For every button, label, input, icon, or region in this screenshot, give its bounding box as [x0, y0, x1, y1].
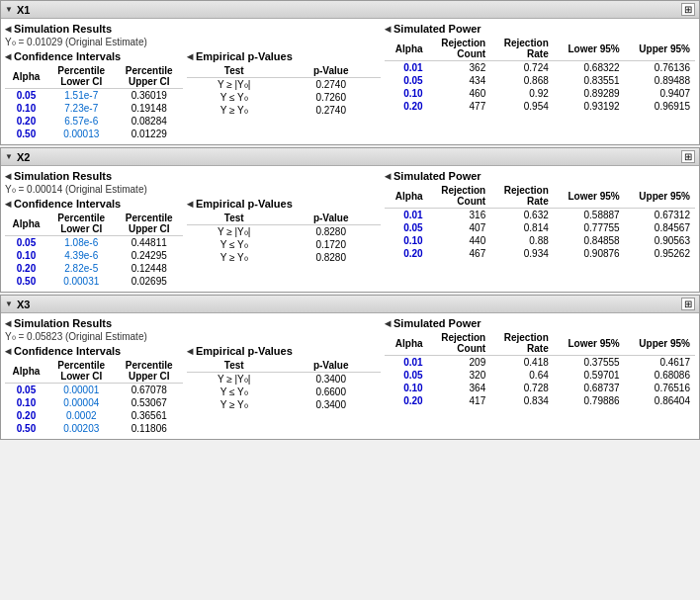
power-count: 316 [428, 209, 491, 222]
power-alpha: 0.01 [385, 61, 428, 75]
ci-row: 0.50 0.00013 0.01229 [5, 128, 183, 140]
ci-upper: 0.01229 [115, 128, 183, 140]
ci-th-upper-X3: PercentileUpper CI [115, 359, 183, 384]
power-alpha: 0.10 [385, 87, 428, 100]
pval-th-test-X2: Test [187, 212, 281, 225]
ci-row: 0.20 2.82e-5 0.12448 [5, 262, 183, 275]
ci-upper: 0.36019 [115, 89, 183, 103]
triangle-pval-X1: ◀ [187, 52, 193, 61]
left-section-X2: ◀ Simulation Results Y₀ = 0.00014 (Origi… [5, 170, 381, 288]
power-upper: 0.67312 [625, 209, 695, 222]
ci-lower: 0.0002 [47, 409, 115, 422]
panel-X1: ▼ X1 ⊞ ◀ Simulation Results Y₀ = 0.01029… [0, 0, 700, 145]
ci-row: 0.05 1.08e-6 0.44811 [5, 236, 183, 250]
pval-table-X3: Test p-Value Y ≥ |Y₀| 0.3400 Y ≤ [187, 359, 381, 411]
power-rate: 0.88 [490, 234, 554, 247]
ci-title-X1: ◀ Confidence Intervals [5, 50, 183, 62]
triangle-power-X1: ◀ [385, 25, 391, 34]
triangle-ci-X3: ◀ [5, 347, 11, 356]
triangle-ci-X1: ◀ [5, 52, 11, 61]
ci-lower: 0.00001 [47, 384, 115, 397]
ci-lower: 1.08e-6 [47, 236, 115, 250]
ci-row: 0.50 0.00203 0.11806 [5, 422, 183, 435]
power-row: 0.20 477 0.954 0.93192 0.96915 [385, 100, 695, 113]
pval-value: 0.8280 [281, 251, 381, 264]
ci-alpha: 0.10 [5, 249, 47, 262]
ci-row: 0.20 0.0002 0.36561 [5, 409, 183, 422]
right-section-X2: ◀ Simulated Power Alpha RejectionCount R… [385, 170, 695, 288]
ci-upper: 0.02695 [115, 275, 183, 288]
power-lower: 0.59701 [554, 369, 625, 382]
triangle-sim-X3: ◀ [5, 319, 11, 328]
power-upper: 0.96915 [625, 100, 695, 113]
panel-expand-icon-X3[interactable]: ⊞ [681, 298, 695, 310]
ci-th-lower-X1: PercentileLower CI [47, 64, 115, 89]
collapse-arrow-X3[interactable]: ▼ [5, 300, 13, 308]
pval-test: Y ≤ Y₀ [187, 238, 281, 251]
panel-header-X1[interactable]: ▼ X1 ⊞ [1, 1, 699, 19]
triangle-power-X2: ◀ [385, 172, 391, 181]
power-th-lower-X1: Lower 95% [554, 37, 625, 61]
power-th-alpha-X2: Alpha [385, 184, 428, 209]
pval-test: Y ≥ Y₀ [187, 398, 281, 411]
pval-value: 0.2740 [281, 104, 381, 117]
pval-table-X1: Test p-Value Y ≥ |Y₀| 0.2740 Y ≤ [187, 64, 381, 117]
power-lower: 0.93192 [554, 100, 625, 113]
power-rate: 0.814 [490, 221, 554, 234]
power-alpha: 0.20 [385, 394, 428, 407]
panel-expand-icon-X2[interactable]: ⊞ [681, 150, 695, 163]
pval-test: Y ≥ |Y₀| [187, 373, 281, 386]
power-rate: 0.632 [490, 209, 554, 222]
power-alpha: 0.10 [385, 234, 428, 247]
power-upper: 0.95262 [625, 247, 695, 260]
power-th-alpha-X3: Alpha [385, 331, 428, 356]
pval-title-X1: ◀ Empirical p-Values [187, 50, 381, 62]
power-row: 0.05 434 0.868 0.83551 0.89488 [385, 74, 695, 87]
power-th-count-X3: RejectionCount [428, 331, 491, 356]
pval-th-pvalue-X1: p-Value [281, 64, 381, 78]
ci-alpha: 0.05 [5, 89, 47, 103]
pval-table-X2: Test p-Value Y ≥ |Y₀| 0.8280 Y ≤ [187, 212, 381, 264]
ci-row: 0.10 7.23e-7 0.19148 [5, 102, 183, 115]
collapse-arrow-X2[interactable]: ▼ [5, 152, 13, 161]
sim-results-title-X1: ◀ Simulation Results [5, 23, 381, 35]
power-lower: 0.68322 [554, 61, 625, 75]
panel-body-X1: ◀ Simulation Results Y₀ = 0.01029 (Origi… [1, 19, 699, 144]
power-th-upper-X1: Upper 95% [625, 37, 695, 61]
ci-upper: 0.19148 [115, 102, 183, 115]
panel-header-X2[interactable]: ▼ X2 ⊞ [1, 148, 699, 166]
ci-upper: 0.24295 [115, 249, 183, 262]
pval-th-test-X3: Test [187, 359, 281, 373]
ci-alpha: 0.10 [5, 102, 47, 115]
power-alpha: 0.05 [385, 369, 428, 382]
pval-test: Y ≤ Y₀ [187, 91, 281, 104]
power-upper: 0.9407 [625, 87, 695, 100]
panel-expand-icon-X1[interactable]: ⊞ [681, 3, 695, 16]
panel-title-X2: X2 [17, 151, 30, 163]
collapse-arrow-X1[interactable]: ▼ [5, 5, 13, 14]
triangle-sim-X1: ◀ [5, 25, 11, 34]
power-count: 407 [428, 221, 491, 234]
pval-row: Y ≤ Y₀ 0.1720 [187, 238, 381, 251]
power-lower: 0.90876 [554, 247, 625, 260]
ci-alpha: 0.10 [5, 396, 47, 409]
left-section-X3: ◀ Simulation Results Y₀ = 0.05823 (Origi… [5, 317, 381, 435]
power-lower: 0.83551 [554, 74, 625, 87]
power-th-upper-X2: Upper 95% [625, 184, 695, 209]
power-count: 364 [428, 382, 491, 394]
panel-header-X3[interactable]: ▼ X3 ⊞ [1, 296, 699, 313]
pval-test: Y ≤ Y₀ [187, 386, 281, 398]
ci-section-X2: ◀ Confidence Intervals Alpha PercentileL… [5, 198, 183, 288]
power-rate: 0.92 [490, 87, 554, 100]
ci-upper: 0.12448 [115, 262, 183, 275]
pval-value: 0.3400 [281, 373, 381, 386]
power-th-lower-X3: Lower 95% [554, 331, 625, 356]
ci-lower: 2.82e-5 [47, 262, 115, 275]
pval-row: Y ≥ Y₀ 0.8280 [187, 251, 381, 264]
power-th-lower-X2: Lower 95% [554, 184, 625, 209]
ci-th-alpha-X2: Alpha [5, 212, 47, 236]
power-row: 0.01 209 0.418 0.37555 0.4617 [385, 356, 695, 370]
power-title-X1: ◀ Simulated Power [385, 23, 695, 35]
power-th-alpha-X1: Alpha [385, 37, 428, 61]
power-alpha: 0.10 [385, 382, 428, 394]
